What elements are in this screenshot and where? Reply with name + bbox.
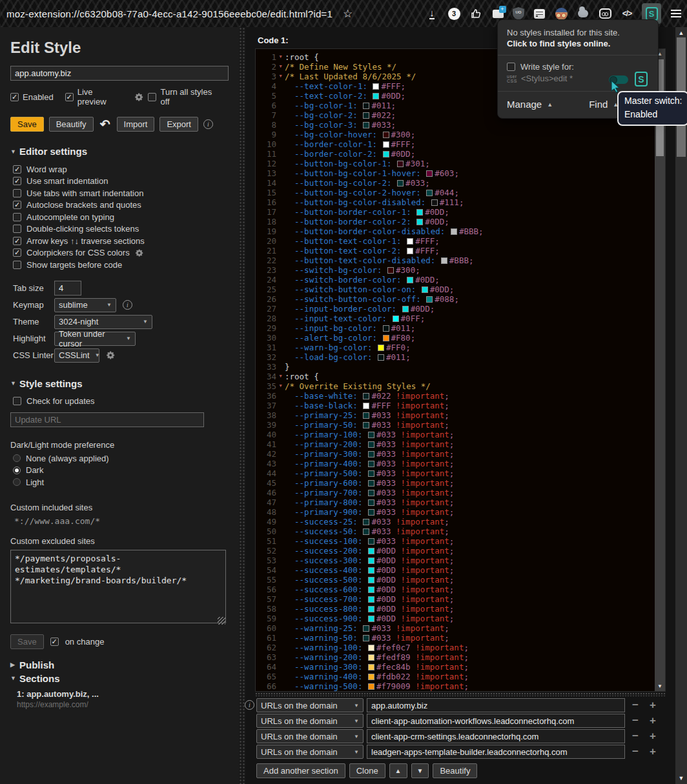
- color-swatch[interactable]: [363, 403, 369, 409]
- color-swatch[interactable]: [363, 103, 369, 109]
- move-section-up-button[interactable]: ▲: [389, 763, 407, 778]
- code-line[interactable]: 14 --button-bg-color-2: #033;: [256, 178, 665, 188]
- code-line[interactable]: 8 --bg-color-3: #033;: [256, 120, 665, 130]
- url-bar[interactable]: moz-extension://c6320b08-77a0-4ecc-a142-…: [6, 8, 333, 19]
- export-button[interactable]: Export: [159, 117, 198, 132]
- code-line[interactable]: 49 --success-25: #033 !important;: [256, 517, 665, 527]
- code-line[interactable]: 51 --success-100: #033 !important;: [256, 536, 665, 546]
- highlight-select[interactable]: Token under cursor▼: [54, 332, 136, 346]
- color-swatch[interactable]: [383, 151, 389, 157]
- color-swatch[interactable]: [426, 296, 433, 303]
- style-name-input[interactable]: [10, 66, 229, 81]
- write-style-target-link[interactable]: <Stylus>edit *: [521, 74, 573, 83]
- color-swatch[interactable]: [368, 441, 374, 448]
- code-line[interactable]: 47 --primary-800: #033 !important;: [256, 498, 665, 507]
- code-text[interactable]: --input-text-color: #0FF;: [285, 314, 665, 323]
- code-text[interactable]: --primary-600: #033 !important;: [285, 478, 665, 488]
- code-text[interactable]: --input-bg-color: #011;: [285, 323, 665, 333]
- code-line[interactable]: 60 --warning-25: #033 !important;: [256, 623, 665, 633]
- code-line[interactable]: 29 --input-bg-color: #011;: [256, 323, 665, 333]
- color-swatch[interactable]: [383, 335, 389, 341]
- checkbox[interactable]: [13, 189, 21, 197]
- code-line[interactable]: 31 --warn-bg-color: #FF0;: [256, 343, 665, 352]
- color-swatch[interactable]: [363, 412, 369, 419]
- style-settings-heading[interactable]: ▼ Style settings: [10, 378, 230, 389]
- code-line[interactable]: 11 --border-color-2: #0DD;: [256, 149, 665, 159]
- add-rule-button[interactable]: +: [646, 714, 660, 727]
- code-line[interactable]: 21 --button-text-color-2: #FFF;: [256, 246, 665, 256]
- code-text[interactable]: --success-400: #0DD !important;: [285, 565, 665, 575]
- code-line[interactable]: 18 --button-border-color-2: #0DD;: [256, 217, 665, 226]
- code-line[interactable]: 37 --base-black: #FFF !important;: [256, 401, 665, 410]
- applies-to-type-select[interactable]: URLs on the domain▼: [256, 729, 364, 743]
- code-text[interactable]: --switch-border-color: #0DD;: [285, 275, 665, 285]
- beautify-section-button[interactable]: Beautify: [433, 763, 477, 778]
- code-text[interactable]: /* Overrite Existing Styles */: [285, 381, 665, 391]
- code-line[interactable]: 19 --button-border-color-disabled: #BBB;: [256, 226, 665, 236]
- code-line[interactable]: 41 --primary-200: #033 !important;: [256, 439, 665, 449]
- find-styles-link[interactable]: Click to find styles online.: [507, 39, 649, 48]
- horizontal-splitter[interactable]: [255, 692, 666, 696]
- color-swatch[interactable]: [368, 499, 374, 506]
- code-text[interactable]: --warning-50: #033 !important;: [285, 633, 665, 643]
- color-swatch[interactable]: [368, 567, 374, 574]
- code-text[interactable]: --primary-700: #033 !important;: [285, 488, 665, 498]
- code-line[interactable]: 57 --success-700: #0DD !important;: [256, 594, 665, 604]
- code-line[interactable]: 15 --button-bg-color-2-hover: #044;: [256, 188, 665, 197]
- color-swatch[interactable]: [407, 238, 413, 245]
- sections-heading[interactable]: ▼ Sections: [10, 673, 230, 684]
- code-text[interactable]: --button-bg-color-2: #033;: [285, 178, 665, 188]
- code-text[interactable]: --alert-bg-color: #F80;: [285, 333, 665, 343]
- color-swatch[interactable]: [397, 161, 404, 167]
- gear-icon[interactable]: [135, 248, 144, 257]
- code-text[interactable]: :root {: [285, 372, 665, 381]
- applies-to-info-icon[interactable]: i: [245, 700, 254, 710]
- color-swatch[interactable]: [402, 306, 409, 312]
- code-line[interactable]: 36 --base-white: #022 !important;: [256, 391, 665, 401]
- code-text[interactable]: --success-300: #0DD !important;: [285, 556, 665, 565]
- color-swatch[interactable]: [416, 209, 423, 216]
- color-swatch[interactable]: [363, 112, 369, 119]
- color-swatch[interactable]: [368, 596, 374, 603]
- code-text[interactable]: --button-bg-color-2-hover: #044;: [285, 188, 665, 197]
- code-text[interactable]: --switch-button-color-on: #0DD;: [285, 285, 665, 294]
- checkbox[interactable]: ✓: [13, 165, 21, 174]
- color-swatch[interactable]: [416, 219, 423, 225]
- code-text[interactable]: --primary-100: #033 !important;: [285, 430, 665, 439]
- remove-rule-button[interactable]: −: [628, 745, 642, 758]
- editor-option-row[interactable]: Double-clicking selects tokens: [13, 223, 230, 236]
- editor-option-row[interactable]: Show targets before code: [13, 259, 230, 271]
- code-line[interactable]: 39 --primary-50: #033 !important;: [256, 420, 665, 430]
- code-line[interactable]: 45 --primary-600: #033 !important;: [256, 478, 665, 488]
- code-text[interactable]: --primary-200: #033 !important;: [285, 439, 665, 449]
- code-text[interactable]: --button-border-color-disabled: #BBB;: [285, 226, 665, 236]
- code-line[interactable]: 44 --primary-500: #033 !important;: [256, 468, 665, 478]
- applies-to-value-input[interactable]: [367, 729, 625, 743]
- code-text[interactable]: --input-border-color: #0DD;: [285, 304, 665, 314]
- css-linter-select[interactable]: CSSLint▼: [54, 348, 99, 363]
- new-tab-icon[interactable]: [491, 6, 505, 21]
- applies-to-type-select[interactable]: URLs on the domain▼: [256, 698, 364, 712]
- download-icon[interactable]: ↓: [425, 6, 439, 21]
- editor-option-row[interactable]: ✓Arrow keys ↑↓ traverse sections: [13, 235, 230, 247]
- keymap-select[interactable]: sublime▼: [54, 298, 116, 312]
- color-swatch[interactable]: [407, 277, 413, 283]
- code-text[interactable]: --success-800: #0DD !important;: [285, 604, 665, 614]
- code-text[interactable]: --border-color-2: #0DD;: [285, 149, 665, 159]
- color-swatch[interactable]: [368, 654, 374, 661]
- color-swatch[interactable]: [397, 180, 404, 186]
- color-swatch[interactable]: [393, 316, 399, 322]
- checkbox[interactable]: [13, 261, 21, 269]
- color-swatch[interactable]: [426, 170, 433, 177]
- applies-to-value-input[interactable]: [367, 714, 625, 728]
- color-swatch[interactable]: [368, 674, 374, 680]
- code-text[interactable]: --button-bg-color-1-hover: #603;: [285, 168, 665, 178]
- code-text[interactable]: --button-bg-color-1: #301;: [285, 159, 665, 168]
- excluded-sites-textarea[interactable]: */payments/proposals-estimates/templates…: [10, 550, 226, 623]
- code-text[interactable]: --primary-800: #033 !important;: [285, 498, 665, 507]
- checkbox[interactable]: ✓: [13, 248, 21, 257]
- color-swatch[interactable]: [363, 422, 369, 428]
- code-line[interactable]: 12 --button-bg-color-1: #301;: [256, 159, 665, 168]
- code-text[interactable]: }: [285, 362, 665, 372]
- update-url-input[interactable]: [10, 412, 204, 427]
